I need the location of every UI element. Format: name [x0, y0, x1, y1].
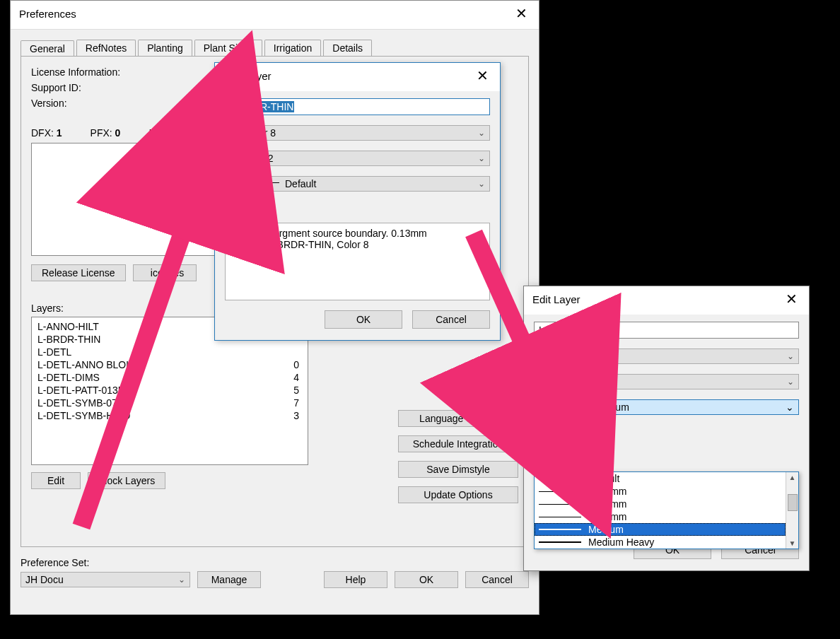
dialog-title: Edit Layer [532, 293, 581, 305]
cancel-button[interactable]: Cancel [412, 310, 490, 329]
dropdown-option[interactable]: Medium Heavy [535, 536, 786, 549]
linetype-select[interactable]: HIDDEN2 ⌄ [225, 151, 490, 166]
line-preview-icon [539, 541, 581, 543]
dropdown-option[interactable]: 0.09 mm [535, 510, 786, 523]
block-layers-button[interactable]: Block Layers [88, 472, 165, 489]
chevron-down-icon: ⌄ [787, 377, 794, 387]
line-preview-icon [230, 182, 279, 183]
tab-strip: General RefNotes Planting Plant Sizes Ir… [21, 40, 529, 56]
color-select[interactable]: Color 8 ⌄ [225, 125, 490, 141]
close-icon[interactable]: ✕ [511, 5, 532, 22]
chevron-down-icon: ⌄ [786, 401, 794, 413]
dropdown-option[interactable]: Default [535, 472, 786, 485]
tab-planting[interactable]: Planting [138, 40, 192, 56]
edit-button[interactable]: Edit [31, 472, 81, 489]
plot-checkbox[interactable]: ✓ Plot [225, 201, 490, 213]
list-item[interactable]: L-DETL-SYMB-070M7 [32, 397, 308, 409]
preference-set-select[interactable]: JH Docu ⌄ [21, 572, 190, 587]
color-swatch-icon [539, 352, 549, 362]
dropdown-option[interactable]: 0.00 mm [535, 485, 786, 498]
help-button[interactable]: Help [324, 571, 387, 588]
ok-button[interactable]: OK [395, 571, 458, 588]
licenses-button[interactable]: icenses [133, 264, 197, 281]
ok-button[interactable]: OK [325, 310, 402, 329]
line-preview-icon [539, 529, 581, 530]
update-options-button[interactable]: Update Options [398, 486, 518, 503]
chevron-down-icon: ⌄ [478, 179, 485, 189]
pfx-value: 0 [115, 127, 121, 139]
dialog-title: Edit Layer [223, 70, 272, 82]
dfx-label: DFX: [31, 127, 54, 139]
description-textarea[interactable]: Detail Enlargment source boundary. 0.13m… [225, 223, 490, 300]
plot-label: Plot [239, 201, 256, 213]
color-value: Color 8 [244, 127, 276, 139]
lineweight-dropdown-list[interactable]: Default 0.00 mm 0.05 mm 0.09 mm Medium M… [534, 471, 799, 549]
cancel-button[interactable]: Cancel [465, 571, 529, 588]
line-preview-icon [539, 504, 581, 505]
color-swatch-icon [230, 129, 240, 139]
tab-general[interactable]: General [21, 40, 74, 57]
checkbox-icon: ✓ [225, 202, 235, 212]
layer-name-input[interactable]: L-BRDR-THIN [534, 322, 799, 339]
scroll-up-icon[interactable]: ▲ [789, 474, 796, 481]
list-item[interactable]: L-DETL-DIMS4 [32, 371, 308, 384]
manage-button[interactable]: Manage [197, 571, 261, 588]
close-icon[interactable]: ✕ [781, 291, 802, 307]
linetype-select[interactable]: N2 ⌄ [534, 374, 799, 389]
scrollbar[interactable]: ▲ ▼ [786, 472, 798, 549]
layer-name-input[interactable]: L-BRDR-THIN [225, 98, 490, 115]
edit-layer-dialog-2: Edit Layer ✕ L-BRDR-THIN Color 8 ⌄ N2 ⌄ … [523, 286, 810, 571]
line-preview-icon [539, 406, 588, 407]
layers-label: Layers: [31, 303, 64, 314]
linetype-value: HIDDEN2 [230, 153, 273, 164]
lineweight-select[interactable]: Default ⌄ [225, 176, 490, 192]
list-item[interactable]: L-DETL-SYMB-HIDD3 [32, 409, 308, 422]
pfx-label: PFX: [91, 127, 112, 139]
line-preview-icon [539, 479, 581, 479]
tab-refnotes[interactable]: RefNotes [76, 40, 136, 56]
ifx-label: IFX [148, 127, 164, 139]
dropdown-option-selected[interactable]: Medium [535, 523, 786, 536]
release-license-button[interactable]: Release License [31, 264, 126, 281]
list-item[interactable]: L-DETL-ANNO BLOK0 [32, 358, 308, 371]
language-strings-button[interactable]: Language Strings [398, 410, 518, 427]
line-preview-icon [539, 517, 581, 517]
linetype-value: N2 [539, 376, 580, 387]
line-preview-icon [539, 491, 581, 492]
titlebar: Edit Layer ✕ [215, 63, 500, 91]
scroll-thumb[interactable] [788, 494, 798, 511]
dialog-title: Preferences [19, 8, 76, 20]
list-item[interactable]: L-DETL [32, 346, 308, 358]
titlebar: Preferences ✕ [11, 1, 539, 30]
lineweight-value: Medium [594, 401, 629, 413]
tab-plantsizes[interactable]: Plant Sizes [194, 40, 262, 56]
schedule-integration-button[interactable]: Schedule Integration [398, 435, 518, 452]
chevron-down-icon: ⌄ [478, 153, 485, 163]
chevron-down-icon: ⌄ [787, 351, 794, 361]
scroll-down-icon[interactable]: ▼ [789, 539, 796, 547]
save-dimstyle-button[interactable]: Save Dimstyle [398, 461, 518, 478]
lineweight-select[interactable]: Medium ⌄ [534, 399, 799, 415]
color-value: Color 8 [553, 351, 585, 362]
chevron-down-icon: ⌄ [478, 128, 485, 138]
titlebar: Edit Layer ✕ [524, 286, 809, 315]
tab-irrigation[interactable]: Irrigation [264, 40, 321, 56]
edit-layer-dialog-1: Edit Layer ✕ L-BRDR-THIN Color 8 ⌄ HIDDE… [214, 62, 501, 341]
dfx-value: 1 [57, 127, 62, 139]
dropdown-option[interactable]: 0.05 mm [535, 498, 786, 510]
close-icon[interactable]: ✕ [472, 67, 493, 84]
tab-details[interactable]: Details [323, 40, 372, 56]
color-select[interactable]: Color 8 ⌄ [534, 348, 799, 364]
chevron-down-icon: ⌄ [178, 575, 185, 585]
lineweight-value: Default [285, 178, 316, 189]
preference-set-value: JH Docu [25, 574, 64, 585]
list-item[interactable]: L-DETL-PATT-013M5 [32, 384, 308, 397]
preference-set-label: Preference Set: [21, 557, 89, 568]
